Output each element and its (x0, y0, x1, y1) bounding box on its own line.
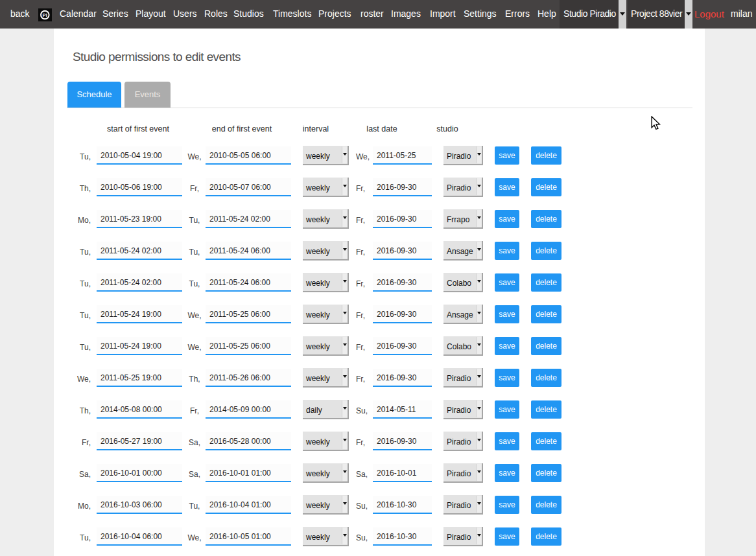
svg-text:PI: PI (43, 12, 48, 18)
